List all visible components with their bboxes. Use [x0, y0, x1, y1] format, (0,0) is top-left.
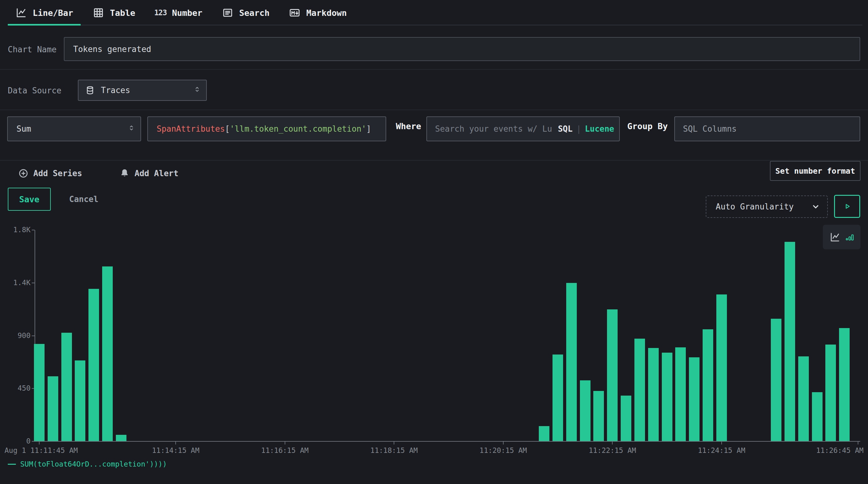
x-axis-line: [35, 441, 860, 442]
x-axis-tick: [39, 442, 39, 445]
x-axis-label: 11:20:15 AM: [479, 446, 528, 454]
bar[interactable]: [88, 289, 99, 441]
y-axis-label: 900: [0, 331, 31, 340]
bar[interactable]: [539, 426, 549, 441]
legend-series-marker: [8, 464, 16, 465]
y-axis-tick: [32, 230, 35, 230]
x-axis-label: 11:14:15 AM: [151, 446, 200, 454]
bar[interactable]: [593, 391, 604, 441]
x-axis-label: 11:22:15 AM: [588, 446, 637, 454]
bar[interactable]: [61, 333, 72, 441]
bar[interactable]: [607, 310, 618, 441]
bar[interactable]: [634, 338, 645, 441]
y-axis-label: 0: [0, 437, 31, 445]
bar[interactable]: [716, 294, 727, 441]
bar[interactable]: [703, 329, 713, 441]
bar[interactable]: [812, 392, 823, 441]
x-axis-label: 11:26:45 AM: [815, 446, 864, 454]
x-axis-tick: [175, 442, 176, 445]
bar[interactable]: [675, 347, 686, 441]
x-axis-tick: [721, 442, 722, 445]
bar[interactable]: [580, 380, 590, 441]
x-axis-label: 11:18:15 AM: [370, 446, 418, 454]
bar[interactable]: [553, 355, 563, 441]
bar[interactable]: [784, 242, 795, 441]
bar[interactable]: [48, 376, 58, 441]
bar[interactable]: [621, 396, 631, 441]
legend-series-name: SUM(toFloat64OrD...completion')))): [20, 460, 167, 468]
y-axis-tick: [32, 335, 35, 336]
x-axis-label: 11:24:15 AM: [697, 446, 746, 454]
y-axis-label: 1.4K: [0, 279, 31, 287]
bar[interactable]: [825, 345, 836, 441]
bar[interactable]: [566, 283, 577, 441]
y-axis-tick: [32, 441, 35, 442]
bar[interactable]: [116, 435, 126, 441]
bar[interactable]: [648, 348, 659, 441]
bar[interactable]: [34, 344, 44, 441]
x-axis-label: Aug 1 11:11:45 AM: [4, 446, 79, 454]
y-axis-tick: [32, 283, 35, 283]
x-axis-tick: [285, 442, 285, 445]
bar[interactable]: [75, 360, 85, 441]
x-axis-tick: [858, 442, 858, 445]
bar[interactable]: [689, 357, 700, 441]
x-axis-tick: [503, 442, 504, 445]
x-axis-tick: [394, 442, 394, 445]
bar[interactable]: [771, 319, 781, 441]
y-axis-label: 1.8K: [0, 226, 31, 234]
chart-legend[interactable]: SUM(toFloat64OrD...completion')))): [8, 460, 167, 468]
y-axis-label: 450: [0, 384, 31, 392]
bar[interactable]: [102, 266, 113, 441]
bar[interactable]: [839, 328, 849, 441]
x-axis-tick: [612, 442, 613, 445]
bar[interactable]: [662, 353, 673, 441]
chart-plot-area[interactable]: 04509001.4K1.8KAug 1 11:11:45 AM11:14:15…: [0, 0, 868, 484]
bar[interactable]: [798, 356, 809, 441]
x-axis-label: 11:16:15 AM: [260, 446, 309, 454]
